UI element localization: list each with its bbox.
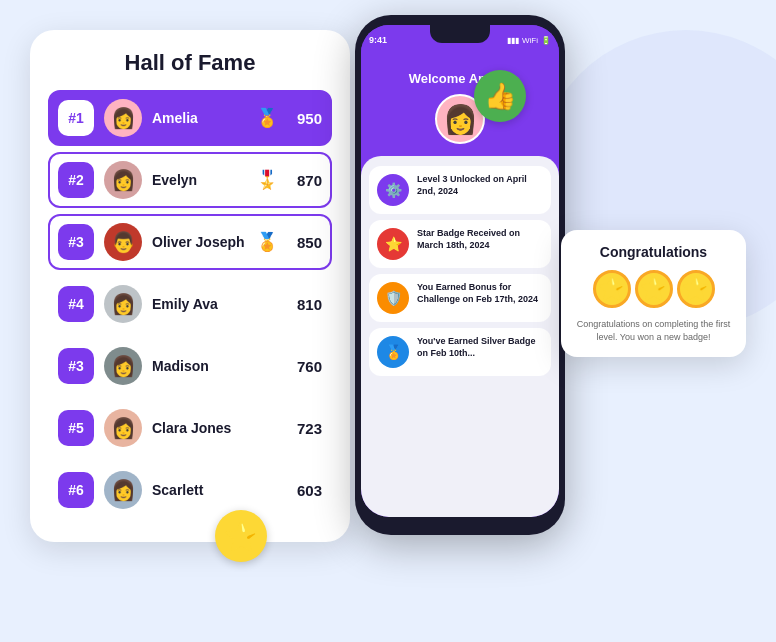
star-3: ⭐ bbox=[677, 270, 715, 308]
medal-3: 🏅 bbox=[256, 231, 278, 253]
avatar-evelyn: 👩 bbox=[104, 161, 142, 199]
score-emily: 810 bbox=[290, 296, 322, 313]
hof-row-1[interactable]: #1 👩 Amelia 🏅 950 bbox=[48, 90, 332, 146]
thumbs-up-icon: 👍 bbox=[484, 81, 516, 112]
phone-mockup: 9:41 ▮▮▮ WiFi 🔋 Welcome Amelia 👩 ⚙️ Leve… bbox=[355, 15, 565, 535]
star-icon: ⭐ bbox=[224, 520, 259, 553]
avatar-oliver: 👨 bbox=[104, 223, 142, 261]
hof-row-6[interactable]: #5 👩 Clara Jones 723 bbox=[48, 400, 332, 456]
score-madison: 760 bbox=[290, 358, 322, 375]
activity-text-1: Level 3 Unlocked on April 2nd, 2024 bbox=[417, 174, 543, 197]
avatar-amelia: 👩 bbox=[104, 99, 142, 137]
activity-item-4[interactable]: 🏅 You've Earned Silver Badge on Feb 10th… bbox=[369, 328, 551, 376]
phone-header: Welcome Amelia 👩 bbox=[361, 43, 559, 156]
rank-badge-6: #5 bbox=[58, 410, 94, 446]
medal-1: 🏅 bbox=[256, 107, 278, 129]
rank-badge-2: #2 bbox=[58, 162, 94, 198]
avatar-madison: 👩 bbox=[104, 347, 142, 385]
score-clara: 723 bbox=[290, 420, 322, 437]
battery-icon: 🔋 bbox=[541, 36, 551, 45]
name-scarlett: Scarlett bbox=[152, 482, 280, 498]
name-amelia: Amelia bbox=[152, 110, 246, 126]
activity-icon-2: ⭐ bbox=[377, 228, 409, 260]
hof-row-5[interactable]: #3 👩 Madison 760 bbox=[48, 338, 332, 394]
rank-badge-1: #1 bbox=[58, 100, 94, 136]
star-badge: ⭐ bbox=[215, 510, 267, 562]
avatar-scarlett: 👩 bbox=[104, 471, 142, 509]
hof-title: Hall of Fame bbox=[48, 50, 332, 76]
phone-status-icons: ▮▮▮ WiFi 🔋 bbox=[507, 36, 551, 45]
name-madison: Madison bbox=[152, 358, 280, 374]
score-evelyn: 870 bbox=[290, 172, 322, 189]
activity-text-3: You Earned Bonus for Challenge on Feb 17… bbox=[417, 282, 543, 305]
activity-item-3[interactable]: 🛡️ You Earned Bonus for Challenge on Feb… bbox=[369, 274, 551, 322]
congrats-title: Congratulations bbox=[575, 244, 732, 260]
hof-row-7[interactable]: #6 👩 Scarlett 603 bbox=[48, 462, 332, 518]
thumbs-up-badge: 👍 bbox=[474, 70, 526, 122]
name-clara: Clara Jones bbox=[152, 420, 280, 436]
phone-screen: 9:41 ▮▮▮ WiFi 🔋 Welcome Amelia 👩 ⚙️ Leve… bbox=[361, 25, 559, 517]
score-oliver: 850 bbox=[290, 234, 322, 251]
name-evelyn: Evelyn bbox=[152, 172, 246, 188]
star-2: ⭐ bbox=[635, 270, 673, 308]
rank-badge-3: #3 bbox=[58, 224, 94, 260]
activity-icon-3: 🛡️ bbox=[377, 282, 409, 314]
score-scarlett: 603 bbox=[290, 482, 322, 499]
activity-item-1[interactable]: ⚙️ Level 3 Unlocked on April 2nd, 2024 bbox=[369, 166, 551, 214]
congratulations-popup: Congratulations ⭐ ⭐ ⭐ Congratulations on… bbox=[561, 230, 746, 357]
avatar-clara: 👩 bbox=[104, 409, 142, 447]
stars-row: ⭐ ⭐ ⭐ bbox=[575, 270, 732, 308]
hof-row-3[interactable]: #3 👨 Oliver Joseph 🏅 850 bbox=[48, 214, 332, 270]
activity-item-2[interactable]: ⭐ Star Badge Received on March 18th, 202… bbox=[369, 220, 551, 268]
phone-body: ⚙️ Level 3 Unlocked on April 2nd, 2024 ⭐… bbox=[361, 156, 559, 517]
activity-icon-4: 🏅 bbox=[377, 336, 409, 368]
star-1: ⭐ bbox=[593, 270, 631, 308]
name-oliver: Oliver Joseph bbox=[152, 234, 246, 250]
hof-row-4[interactable]: #4 👩 Emily Ava 810 bbox=[48, 276, 332, 332]
medal-2: 🎖️ bbox=[256, 169, 278, 191]
activity-text-2: Star Badge Received on March 18th, 2024 bbox=[417, 228, 543, 251]
hall-of-fame-card: Hall of Fame #1 👩 Amelia 🏅 950 #2 👩 Evel… bbox=[30, 30, 350, 542]
avatar-emily: 👩 bbox=[104, 285, 142, 323]
phone-frame: 9:41 ▮▮▮ WiFi 🔋 Welcome Amelia 👩 ⚙️ Leve… bbox=[355, 15, 565, 535]
wifi-icon: WiFi bbox=[522, 36, 538, 45]
name-emily: Emily Ava bbox=[152, 296, 280, 312]
phone-time: 9:41 bbox=[369, 35, 387, 45]
activity-text-4: You've Earned Silver Badge on Feb 10th..… bbox=[417, 336, 543, 359]
signal-icon: ▮▮▮ bbox=[507, 36, 519, 45]
phone-notch bbox=[430, 25, 490, 43]
score-amelia: 950 bbox=[290, 110, 322, 127]
rank-badge-4: #4 bbox=[58, 286, 94, 322]
hof-row-2[interactable]: #2 👩 Evelyn 🎖️ 870 bbox=[48, 152, 332, 208]
rank-badge-7: #6 bbox=[58, 472, 94, 508]
congrats-text: Congratulations on completing the first … bbox=[575, 318, 732, 343]
activity-icon-1: ⚙️ bbox=[377, 174, 409, 206]
rank-badge-5: #3 bbox=[58, 348, 94, 384]
